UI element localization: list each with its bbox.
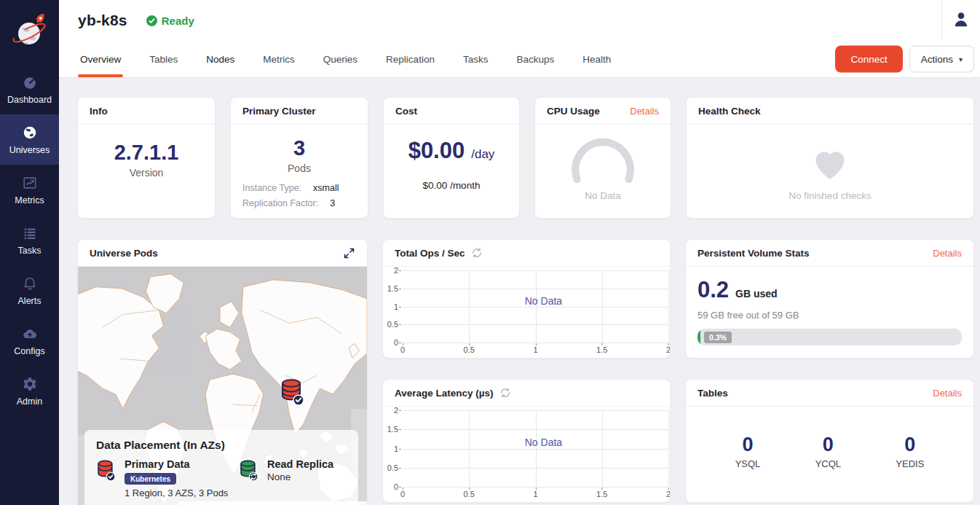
universes-globe-icon: [22, 125, 38, 141]
sidebar-item-tasks[interactable]: Tasks: [0, 215, 59, 265]
status-text: Ready: [162, 15, 194, 27]
data-placement-panel: Data Placement (In AZs): [84, 430, 358, 505]
sidebar-item-label: Configs: [14, 346, 44, 356]
card-title: Universe Pods: [90, 248, 158, 259]
tab-tasks[interactable]: Tasks: [463, 41, 489, 77]
average-latency-chart: No Data 2 1.5 1 0.5 0 0 0.5 1: [383, 407, 670, 502]
y-axis-ticks: 2 1.5 1 0.5 0: [383, 270, 400, 342]
gb-used-value: 0.2: [698, 277, 729, 303]
card-title: CPU Usage: [547, 106, 600, 117]
gb-used-unit: GB used: [735, 288, 778, 300]
tab-backups[interactable]: Backups: [516, 41, 554, 77]
no-data-text: No Data: [525, 295, 562, 307]
tab-queries[interactable]: Queries: [323, 41, 357, 77]
universe-title: yb-k8s: [78, 12, 127, 29]
replication-factor-label: Replication Factor:: [242, 198, 318, 208]
sidebar-item-alerts[interactable]: Alerts: [0, 265, 59, 316]
map-attribution: Leaflet | Copyright © MapBox All rights …: [179, 501, 367, 505]
refresh-icon[interactable]: [471, 247, 483, 259]
card-title: Average Latency (µs): [395, 388, 494, 399]
cost-per-day: $0.00: [408, 138, 465, 164]
sidebar-item-label: Alerts: [18, 296, 42, 306]
metrics-chart-icon: [22, 175, 38, 191]
health-check-card: Health Check No finished checks: [686, 97, 974, 219]
tables-details-link[interactable]: Details: [933, 388, 962, 399]
primary-data-label: Primary Data: [125, 458, 228, 470]
data-placement-title: Data Placement (In AZs): [96, 439, 347, 452]
x-axis-ticks: 0 0.5 1 1.5 2: [403, 490, 668, 500]
refresh-icon[interactable]: [499, 387, 511, 399]
expand-icon[interactable]: [343, 247, 355, 259]
pods-label: Pods: [288, 163, 311, 174]
primary-data-map-marker[interactable]: [280, 377, 306, 410]
yedis-count: 0: [904, 434, 915, 456]
volume-usage-percent: 0.3%: [704, 332, 732, 343]
sidebar-item-dashboard[interactable]: Dashboard: [0, 64, 59, 114]
tab-bar: Overview Tables Nodes Metrics Queries Re…: [59, 41, 980, 78]
tasks-list-icon: [22, 225, 38, 241]
user-profile-icon[interactable]: [952, 9, 971, 31]
sidebar-item-label: Metrics: [15, 195, 44, 205]
yedis-stat: 0 YEDIS: [896, 434, 924, 469]
overview-content: Info 2.7.1.1 Version Primary Cluster 3 P…: [59, 78, 980, 505]
dashboard-icon: [22, 74, 38, 90]
read-replica-legend: Read Replica None: [239, 458, 333, 498]
cluster-details: Instance Type: xsmall Replication Factor…: [231, 183, 368, 208]
sidebar-item-metrics[interactable]: Metrics: [0, 165, 59, 215]
free-space-text: 59 GB free out of 59 GB: [698, 310, 962, 321]
card-title: Cost: [395, 106, 417, 117]
configs-cloud-icon: [22, 326, 38, 342]
read-replica-value: None: [267, 471, 333, 482]
primary-cluster-card: Primary Cluster 3 Pods Instance Type: xs…: [230, 97, 368, 219]
health-empty-text: No finished checks: [789, 190, 871, 201]
average-latency-card: Average Latency (µs) No Data: [382, 379, 671, 503]
header-divider: [941, 0, 942, 41]
cpu-details-link[interactable]: Details: [630, 106, 659, 117]
sidebar-item-universes[interactable]: Universes: [0, 114, 59, 165]
volume-usage-bar: 0.3%: [698, 329, 962, 345]
total-ops-card: Total Ops / Sec No Data: [382, 239, 671, 359]
tab-tables[interactable]: Tables: [149, 41, 178, 77]
actions-button[interactable]: Actions ▾: [909, 46, 974, 73]
no-data-text: No Data: [525, 437, 562, 448]
tab-overview[interactable]: Overview: [80, 41, 121, 77]
universe-pods-card: Universe Pods: [77, 239, 368, 505]
ycql-label: YCQL: [815, 458, 841, 469]
actions-label: Actions: [921, 54, 953, 65]
yedis-label: YEDIS: [896, 458, 924, 469]
topbar: yb-k8s Ready Overview Tables Nodes M: [59, 0, 980, 78]
sidebar-item-label: Universes: [9, 145, 50, 155]
admin-gear-icon: [22, 376, 38, 392]
persistent-volume-card: Persistent Volume Stats Details 0.2 GB u…: [685, 239, 974, 359]
app-root: Dashboard Universes Metrics Tasks: [0, 0, 980, 505]
status-badge: Ready: [146, 15, 194, 27]
cpu-empty-text: No Data: [585, 190, 621, 201]
tab-nodes[interactable]: Nodes: [206, 41, 234, 77]
pvs-details-link[interactable]: Details: [933, 248, 962, 259]
title-row: yb-k8s Ready: [59, 0, 980, 41]
card-title: Health Check: [698, 106, 761, 117]
connect-button[interactable]: Connect: [835, 46, 902, 73]
kubernetes-badge: Kubernetes: [125, 473, 176, 485]
world-map[interactable]: Data Placement (In AZs): [78, 267, 367, 505]
tab-replication[interactable]: Replication: [386, 41, 435, 77]
instance-type-label: Instance Type:: [242, 183, 301, 193]
tab-metrics[interactable]: Metrics: [263, 41, 295, 77]
info-card: Info 2.7.1.1 Version: [77, 97, 216, 219]
volume-usage-fill: [698, 329, 700, 345]
sidebar-item-configs[interactable]: Configs: [0, 316, 59, 366]
primary-data-detail: 1 Region, 3 AZS, 3 Pods: [125, 488, 228, 498]
read-replica-label: Read Replica: [267, 458, 333, 470]
cost-card: Cost $0.00 /day $0.00 /month: [383, 97, 520, 219]
primary-data-legend: Primary Data Kubernetes 1 Region, 3 AZS,…: [96, 458, 239, 498]
tables-card: Tables Details 0 YSQL 0 YCQL 0: [685, 379, 974, 503]
tab-health[interactable]: Health: [582, 41, 611, 77]
card-title: Info: [90, 106, 108, 117]
card-title: Persistent Volume Stats: [698, 248, 810, 259]
sidebar-item-admin[interactable]: Admin: [0, 366, 59, 416]
ycql-stat: 0 YCQL: [815, 434, 841, 469]
ysql-stat: 0 YSQL: [735, 434, 761, 469]
x-axis-ticks: 0 0.5 1 1.5 2: [403, 345, 668, 356]
yugabyte-logo[interactable]: [0, 0, 59, 64]
ysql-count: 0: [742, 434, 753, 456]
